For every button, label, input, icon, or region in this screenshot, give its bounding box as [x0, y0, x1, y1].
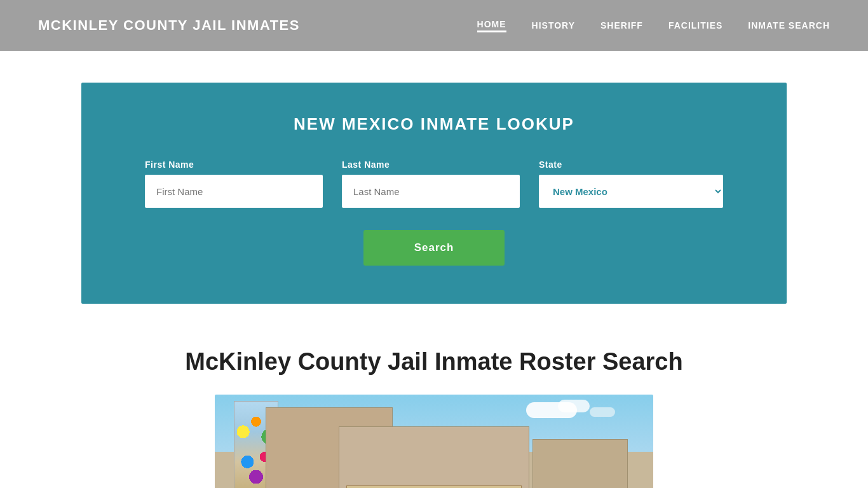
- main-content: McKinley County Jail Inmate Roster Searc…: [0, 336, 868, 488]
- site-title: MCKINLEY COUNTY JAIL INMATES: [38, 17, 300, 34]
- last-name-input[interactable]: [342, 175, 520, 208]
- cloud-2: [558, 400, 590, 412]
- lookup-title: NEW MEXICO INMATE LOOKUP: [119, 114, 749, 134]
- first-name-input[interactable]: [145, 175, 323, 208]
- nav-history[interactable]: HISTORY: [532, 20, 575, 30]
- last-name-label: Last Name: [342, 159, 520, 170]
- nav-home[interactable]: HOME: [477, 19, 506, 32]
- search-form: First Name Last Name State New Mexico: [119, 159, 749, 208]
- building-scene: ✦ MCKINLEY COUNTY ADULT DETENTION CENTER…: [215, 395, 653, 488]
- last-name-group: Last Name: [342, 159, 520, 208]
- cloud-3: [590, 407, 615, 417]
- detention-center-image: ✦ MCKINLEY COUNTY ADULT DETENTION CENTER…: [215, 395, 653, 488]
- building-right-wing: [532, 439, 628, 488]
- building-main-structure: [339, 426, 529, 488]
- roster-title: McKinley County Jail Inmate Roster Searc…: [38, 348, 830, 376]
- first-name-label: First Name: [145, 159, 323, 170]
- nav-sheriff[interactable]: SHERIFF: [600, 20, 643, 30]
- site-header: MCKINLEY COUNTY JAIL INMATES HOME HISTOR…: [0, 0, 868, 51]
- search-btn-container: Search: [119, 230, 749, 266]
- detention-center-sign: ✦ MCKINLEY COUNTY ADULT DETENTION CENTER…: [346, 485, 522, 488]
- nav-inmate-search[interactable]: INMATE SEARCH: [748, 20, 830, 30]
- state-label: State: [539, 159, 723, 170]
- first-name-group: First Name: [145, 159, 323, 208]
- search-button[interactable]: Search: [363, 230, 505, 266]
- state-select[interactable]: New Mexico: [539, 175, 723, 208]
- inmate-lookup-section: NEW MEXICO INMATE LOOKUP First Name Last…: [81, 83, 787, 304]
- nav-facilities[interactable]: FACILITIES: [668, 20, 722, 30]
- state-group: State New Mexico: [539, 159, 723, 208]
- main-nav: HOME HISTORY SHERIFF FACILITIES INMATE S…: [477, 19, 830, 32]
